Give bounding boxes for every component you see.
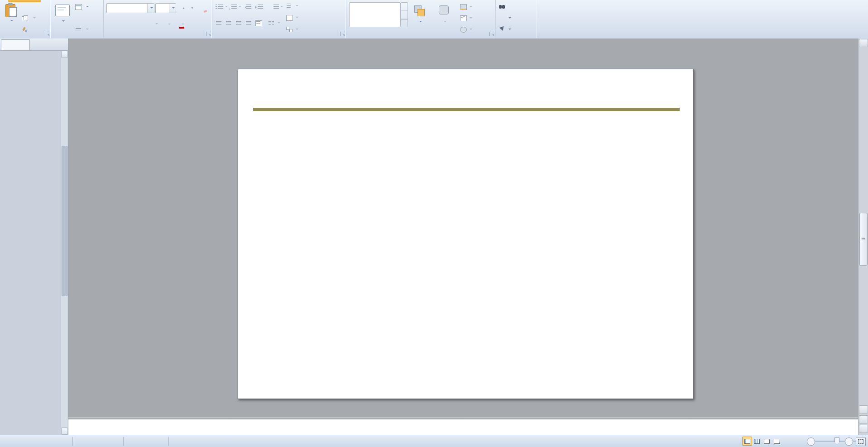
cut-button[interactable]: [22, 2, 29, 12]
decrease-indent-button[interactable]: [245, 2, 254, 12]
status-slide-info: [1, 435, 10, 447]
numbering-button[interactable]: 1: [229, 2, 241, 12]
shape-outline-button[interactable]: [460, 13, 472, 23]
bullets-button[interactable]: [215, 2, 228, 12]
panel-tabs: [0, 38, 68, 51]
quick-styles-icon: [438, 5, 450, 17]
paste-icon: [5, 3, 17, 17]
zoom-in-button[interactable]: [845, 437, 853, 446]
font-color-button[interactable]: [178, 20, 186, 29]
font-dialog-launcher[interactable]: [206, 32, 211, 36]
scroll-up-icon[interactable]: [859, 39, 868, 47]
layout-button[interactable]: [75, 2, 89, 12]
scroll-down-icon[interactable]: [859, 405, 868, 413]
justify-button[interactable]: [245, 18, 254, 28]
panel-scrollbar[interactable]: [61, 51, 67, 435]
gallery-up-icon[interactable]: [401, 3, 408, 11]
clear-formatting-button[interactable]: [198, 3, 206, 12]
figure-4[interactable]: [273, 136, 496, 272]
replace-button[interactable]: [499, 13, 511, 23]
view-normal-button[interactable]: [742, 437, 752, 446]
select-button[interactable]: [499, 24, 511, 34]
text-direction-icon: [286, 3, 293, 9]
reset-button[interactable]: [75, 13, 83, 23]
font-size-caret-icon[interactable]: [169, 4, 176, 13]
paragraph-dialog-launcher[interactable]: [340, 32, 345, 36]
smartart-icon: [286, 27, 293, 33]
view-slide-sorter-button[interactable]: [752, 437, 761, 445]
scissors-icon: [22, 4, 27, 10]
gallery-more-icon[interactable]: [401, 19, 408, 27]
zoom-out-button[interactable]: [807, 437, 815, 446]
scroll-thumb[interactable]: [859, 213, 868, 266]
columns-button[interactable]: [268, 18, 280, 28]
status-language[interactable]: [127, 435, 136, 447]
paste-button[interactable]: [1, 2, 21, 36]
fit-to-window-button[interactable]: [856, 437, 866, 446]
panel-scroll-thumb[interactable]: [62, 146, 67, 296]
strikethrough-button[interactable]: [132, 20, 140, 29]
line-spacing-button[interactable]: [270, 2, 283, 12]
text-shadow-button[interactable]: [140, 20, 148, 29]
paste-caret-icon: [10, 20, 13, 23]
figure-7-streamline-image: [536, 275, 683, 384]
zoom-slider-thumb[interactable]: [834, 437, 839, 444]
font-name-combo[interactable]: [106, 3, 154, 13]
slide-canvas[interactable]: [238, 69, 694, 399]
underline-button[interactable]: [123, 20, 131, 29]
figure-5[interactable]: [497, 136, 687, 280]
select-cursor-icon: [499, 27, 506, 33]
previous-slide-button[interactable]: [859, 415, 868, 423]
next-slide-button[interactable]: [859, 425, 868, 433]
drawing-dialog-launcher[interactable]: [489, 32, 494, 36]
panel-scroll-down-icon[interactable]: [61, 428, 68, 435]
new-slide-button[interactable]: [53, 2, 72, 36]
view-reading-button[interactable]: [762, 437, 771, 445]
character-spacing-button[interactable]: [152, 20, 160, 29]
change-case-button[interactable]: [164, 20, 173, 29]
align-center-button[interactable]: [225, 18, 234, 28]
columns-icon: [268, 20, 275, 26]
layout-icon: [75, 4, 82, 10]
align-right-button[interactable]: [235, 18, 244, 28]
format-painter-button[interactable]: [22, 24, 30, 34]
panel-scroll-up-icon[interactable]: [61, 51, 68, 58]
clipboard-dialog-launcher[interactable]: [45, 32, 49, 36]
shapes-gallery[interactable]: [349, 2, 401, 27]
shape-effects-button[interactable]: [460, 24, 472, 34]
notes-pane[interactable]: [68, 419, 858, 435]
title-rule: [253, 108, 680, 111]
text-direction-button[interactable]: [286, 1, 298, 11]
bold-button[interactable]: [106, 20, 115, 29]
convert-smartart-button[interactable]: [286, 24, 298, 34]
align-text-button[interactable]: [286, 13, 298, 23]
font-name-caret-icon[interactable]: [147, 4, 154, 13]
shrink-font-button[interactable]: ▼: [186, 3, 194, 12]
shapes-gallery-scroll[interactable]: [401, 2, 408, 27]
grow-font-button[interactable]: ▲: [177, 3, 185, 12]
shape-fill-button[interactable]: [460, 2, 472, 12]
increase-indent-button[interactable]: [257, 2, 265, 12]
zoom-level[interactable]: [782, 435, 791, 447]
view-slideshow-button[interactable]: [772, 437, 781, 445]
italic-button[interactable]: [115, 20, 123, 29]
copy-button[interactable]: [22, 13, 36, 23]
tab-outline[interactable]: [30, 39, 54, 50]
section-button[interactable]: [75, 24, 89, 34]
align-left-button[interactable]: [215, 18, 224, 28]
tab-slides[interactable]: [1, 39, 30, 50]
find-button[interactable]: [499, 2, 507, 12]
gallery-down-icon[interactable]: [401, 11, 408, 19]
distribute-button[interactable]: [255, 18, 264, 28]
figure-7[interactable]: [497, 275, 687, 397]
font-size-combo[interactable]: [155, 3, 176, 13]
align-center-icon: [225, 20, 232, 26]
figure-6[interactable]: [273, 275, 496, 397]
ribbon-group-slides: [51, 0, 104, 38]
panel-close-icon[interactable]: [58, 41, 66, 48]
increase-indent-icon: [257, 4, 264, 10]
arrange-button[interactable]: [410, 2, 430, 36]
main-scrollbar[interactable]: [858, 38, 868, 435]
quick-styles-button[interactable]: [432, 2, 457, 36]
new-slide-icon: [55, 5, 70, 16]
